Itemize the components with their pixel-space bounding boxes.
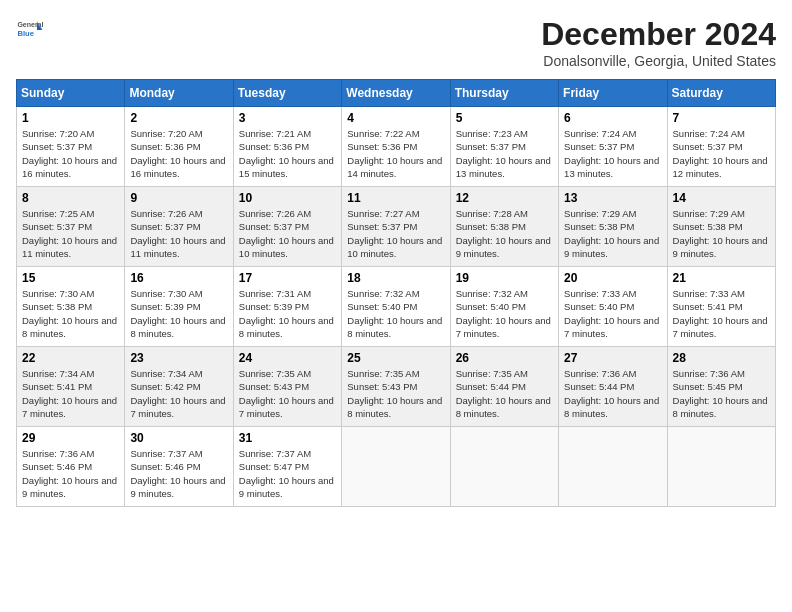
day-number: 12 (456, 191, 553, 205)
day-number: 29 (22, 431, 119, 445)
calendar-cell: 23Sunrise: 7:34 AMSunset: 5:42 PMDayligh… (125, 347, 233, 427)
calendar-cell: 2Sunrise: 7:20 AMSunset: 5:36 PMDaylight… (125, 107, 233, 187)
logo: General Blue (16, 16, 44, 44)
day-number: 10 (239, 191, 336, 205)
calendar-cell: 21Sunrise: 7:33 AMSunset: 5:41 PMDayligh… (667, 267, 775, 347)
day-content: Sunrise: 7:30 AMSunset: 5:38 PMDaylight:… (22, 287, 119, 340)
calendar-cell: 15Sunrise: 7:30 AMSunset: 5:38 PMDayligh… (17, 267, 125, 347)
day-number: 3 (239, 111, 336, 125)
day-content: Sunrise: 7:27 AMSunset: 5:37 PMDaylight:… (347, 207, 444, 260)
day-content: Sunrise: 7:37 AMSunset: 5:46 PMDaylight:… (130, 447, 227, 500)
calendar-cell: 28Sunrise: 7:36 AMSunset: 5:45 PMDayligh… (667, 347, 775, 427)
day-content: Sunrise: 7:35 AMSunset: 5:44 PMDaylight:… (456, 367, 553, 420)
day-content: Sunrise: 7:20 AMSunset: 5:37 PMDaylight:… (22, 127, 119, 180)
calendar-cell: 14Sunrise: 7:29 AMSunset: 5:38 PMDayligh… (667, 187, 775, 267)
week-row-5: 29Sunrise: 7:36 AMSunset: 5:46 PMDayligh… (17, 427, 776, 507)
day-number: 8 (22, 191, 119, 205)
calendar-cell: 5Sunrise: 7:23 AMSunset: 5:37 PMDaylight… (450, 107, 558, 187)
header: General Blue December 2024 Donalsonville… (16, 16, 776, 69)
day-content: Sunrise: 7:34 AMSunset: 5:41 PMDaylight:… (22, 367, 119, 420)
calendar-cell: 18Sunrise: 7:32 AMSunset: 5:40 PMDayligh… (342, 267, 450, 347)
day-number: 26 (456, 351, 553, 365)
calendar-cell: 4Sunrise: 7:22 AMSunset: 5:36 PMDaylight… (342, 107, 450, 187)
day-number: 4 (347, 111, 444, 125)
day-content: Sunrise: 7:36 AMSunset: 5:45 PMDaylight:… (673, 367, 770, 420)
day-number: 30 (130, 431, 227, 445)
calendar-cell: 20Sunrise: 7:33 AMSunset: 5:40 PMDayligh… (559, 267, 667, 347)
location-subtitle: Donalsonville, Georgia, United States (541, 53, 776, 69)
day-number: 28 (673, 351, 770, 365)
calendar-cell: 11Sunrise: 7:27 AMSunset: 5:37 PMDayligh… (342, 187, 450, 267)
calendar-cell: 30Sunrise: 7:37 AMSunset: 5:46 PMDayligh… (125, 427, 233, 507)
day-number: 9 (130, 191, 227, 205)
day-number: 17 (239, 271, 336, 285)
day-header-saturday: Saturday (667, 80, 775, 107)
calendar-cell: 29Sunrise: 7:36 AMSunset: 5:46 PMDayligh… (17, 427, 125, 507)
calendar-cell: 10Sunrise: 7:26 AMSunset: 5:37 PMDayligh… (233, 187, 341, 267)
day-header-tuesday: Tuesday (233, 80, 341, 107)
day-header-sunday: Sunday (17, 80, 125, 107)
day-content: Sunrise: 7:33 AMSunset: 5:40 PMDaylight:… (564, 287, 661, 340)
day-number: 2 (130, 111, 227, 125)
calendar-cell: 25Sunrise: 7:35 AMSunset: 5:43 PMDayligh… (342, 347, 450, 427)
calendar-cell: 13Sunrise: 7:29 AMSunset: 5:38 PMDayligh… (559, 187, 667, 267)
day-number: 14 (673, 191, 770, 205)
day-header-monday: Monday (125, 80, 233, 107)
calendar-cell: 8Sunrise: 7:25 AMSunset: 5:37 PMDaylight… (17, 187, 125, 267)
calendar-cell (667, 427, 775, 507)
calendar-cell (559, 427, 667, 507)
day-content: Sunrise: 7:30 AMSunset: 5:39 PMDaylight:… (130, 287, 227, 340)
page-container: General Blue December 2024 Donalsonville… (16, 16, 776, 507)
calendar-cell: 7Sunrise: 7:24 AMSunset: 5:37 PMDaylight… (667, 107, 775, 187)
days-header-row: SundayMondayTuesdayWednesdayThursdayFrid… (17, 80, 776, 107)
day-number: 16 (130, 271, 227, 285)
day-content: Sunrise: 7:34 AMSunset: 5:42 PMDaylight:… (130, 367, 227, 420)
day-number: 1 (22, 111, 119, 125)
calendar-cell: 16Sunrise: 7:30 AMSunset: 5:39 PMDayligh… (125, 267, 233, 347)
title-block: December 2024 Donalsonville, Georgia, Un… (541, 16, 776, 69)
week-row-2: 8Sunrise: 7:25 AMSunset: 5:37 PMDaylight… (17, 187, 776, 267)
logo-icon: General Blue (16, 16, 44, 44)
day-content: Sunrise: 7:31 AMSunset: 5:39 PMDaylight:… (239, 287, 336, 340)
calendar-cell: 27Sunrise: 7:36 AMSunset: 5:44 PMDayligh… (559, 347, 667, 427)
day-content: Sunrise: 7:26 AMSunset: 5:37 PMDaylight:… (130, 207, 227, 260)
day-content: Sunrise: 7:26 AMSunset: 5:37 PMDaylight:… (239, 207, 336, 260)
calendar-cell: 6Sunrise: 7:24 AMSunset: 5:37 PMDaylight… (559, 107, 667, 187)
day-content: Sunrise: 7:35 AMSunset: 5:43 PMDaylight:… (239, 367, 336, 420)
day-number: 13 (564, 191, 661, 205)
calendar-table: SundayMondayTuesdayWednesdayThursdayFrid… (16, 79, 776, 507)
month-year-title: December 2024 (541, 16, 776, 53)
day-content: Sunrise: 7:22 AMSunset: 5:36 PMDaylight:… (347, 127, 444, 180)
day-header-thursday: Thursday (450, 80, 558, 107)
day-content: Sunrise: 7:29 AMSunset: 5:38 PMDaylight:… (564, 207, 661, 260)
day-content: Sunrise: 7:36 AMSunset: 5:46 PMDaylight:… (22, 447, 119, 500)
day-number: 11 (347, 191, 444, 205)
day-number: 20 (564, 271, 661, 285)
day-content: Sunrise: 7:32 AMSunset: 5:40 PMDaylight:… (456, 287, 553, 340)
calendar-cell: 1Sunrise: 7:20 AMSunset: 5:37 PMDaylight… (17, 107, 125, 187)
day-number: 23 (130, 351, 227, 365)
day-content: Sunrise: 7:33 AMSunset: 5:41 PMDaylight:… (673, 287, 770, 340)
week-row-1: 1Sunrise: 7:20 AMSunset: 5:37 PMDaylight… (17, 107, 776, 187)
day-content: Sunrise: 7:36 AMSunset: 5:44 PMDaylight:… (564, 367, 661, 420)
day-number: 22 (22, 351, 119, 365)
day-number: 18 (347, 271, 444, 285)
calendar-cell: 17Sunrise: 7:31 AMSunset: 5:39 PMDayligh… (233, 267, 341, 347)
calendar-cell: 9Sunrise: 7:26 AMSunset: 5:37 PMDaylight… (125, 187, 233, 267)
day-content: Sunrise: 7:24 AMSunset: 5:37 PMDaylight:… (673, 127, 770, 180)
svg-text:Blue: Blue (17, 29, 34, 38)
day-content: Sunrise: 7:25 AMSunset: 5:37 PMDaylight:… (22, 207, 119, 260)
calendar-cell: 3Sunrise: 7:21 AMSunset: 5:36 PMDaylight… (233, 107, 341, 187)
calendar-cell (342, 427, 450, 507)
day-content: Sunrise: 7:35 AMSunset: 5:43 PMDaylight:… (347, 367, 444, 420)
day-number: 31 (239, 431, 336, 445)
week-row-4: 22Sunrise: 7:34 AMSunset: 5:41 PMDayligh… (17, 347, 776, 427)
week-row-3: 15Sunrise: 7:30 AMSunset: 5:38 PMDayligh… (17, 267, 776, 347)
calendar-cell: 26Sunrise: 7:35 AMSunset: 5:44 PMDayligh… (450, 347, 558, 427)
day-header-wednesday: Wednesday (342, 80, 450, 107)
day-content: Sunrise: 7:21 AMSunset: 5:36 PMDaylight:… (239, 127, 336, 180)
day-number: 24 (239, 351, 336, 365)
day-number: 7 (673, 111, 770, 125)
day-number: 19 (456, 271, 553, 285)
day-number: 27 (564, 351, 661, 365)
